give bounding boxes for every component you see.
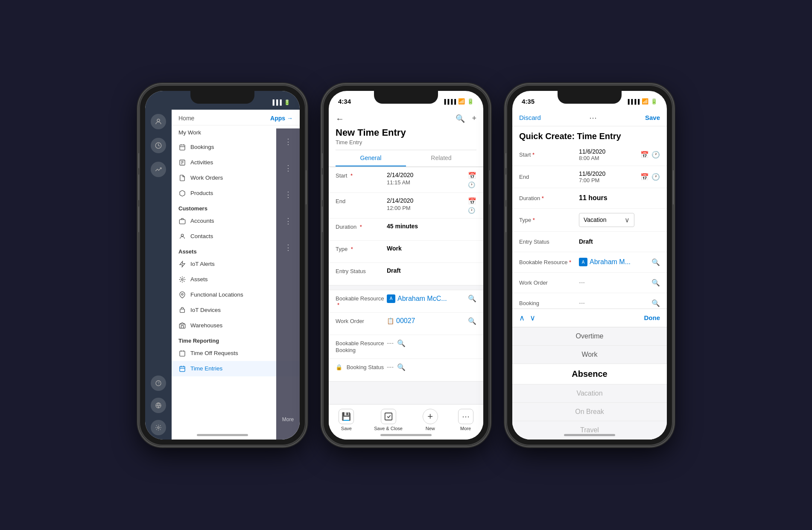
svg-point-18 [181, 279, 183, 280]
new-button[interactable]: + New [423, 409, 438, 431]
picker-item-absence[interactable]: Absence [512, 364, 667, 384]
qc-type-select[interactable]: Vacation ∨ [579, 213, 634, 227]
nav-item-functionallocations-label: Functional Locations [190, 291, 243, 298]
picker-panel: Overtime Work Absence Vacation On Break … [512, 327, 667, 440]
svg-point-0 [157, 119, 160, 122]
form-row-end: End 2/14/2020 12:00 PM 📅 🕐 [329, 193, 483, 218]
qc-duration-value: 11 hours [579, 194, 660, 202]
start-cal-icon[interactable]: 📅 [468, 172, 476, 180]
qc-end-cal-icon[interactable]: 📅 [640, 173, 649, 181]
type-label: Type * [336, 245, 387, 252]
qc-done-button[interactable]: Done [644, 314, 660, 321]
overlay-dots-5: ⋮ [284, 243, 292, 252]
svg-rect-23 [180, 351, 185, 356]
search-button[interactable]: 🔍 [456, 114, 465, 123]
qc-end-time-icon[interactable]: 🕐 [651, 173, 660, 181]
qc-booking-value: --- [579, 300, 649, 306]
qc-row-workorder: Work Order --- 🔍 [512, 273, 667, 293]
nav-apps-label[interactable]: Apps → [270, 115, 293, 122]
sidebar-globe-icon[interactable] [151, 398, 166, 413]
phone3-quickcreate: Discard ⋯ Save Quick Create: Time Entry … [512, 110, 667, 440]
discard-button[interactable]: Discard [519, 114, 541, 121]
qc-save-button[interactable]: Save [645, 114, 660, 121]
qc-start-time-icon[interactable]: 🕐 [651, 151, 660, 159]
tab-related[interactable]: Related [406, 150, 476, 166]
status-icons-1: ▐▐▐ 🔋 [271, 99, 290, 105]
start-required: * [351, 172, 353, 179]
workorder-search-icon[interactable]: 🔍 [468, 317, 476, 325]
svg-marker-17 [180, 261, 185, 267]
sidebar-icons: ? [145, 110, 172, 440]
nav-item-mywork-label: My Work [178, 129, 201, 136]
picker-item-travel[interactable]: Travel [512, 421, 667, 440]
sidebar-bottom-icons: ? [151, 376, 166, 435]
bookable-value-row: A Abraham McC... [387, 294, 464, 303]
more-button[interactable]: ⋯ More [458, 409, 473, 431]
qc-end-label: End [519, 174, 579, 180]
qc-booking-label: Booking [519, 300, 579, 306]
bookable-label: Bookable Resource * [336, 294, 387, 308]
bookable-value[interactable]: Abraham McC... [397, 295, 447, 303]
qc-footer: ∧ ∨ Done [512, 309, 667, 327]
svg-rect-26 [180, 366, 185, 371]
start-time-icon[interactable]: 🕐 [468, 181, 476, 188]
overlay-dots-4: ⋮ [284, 216, 292, 226]
qc-bookable-value[interactable]: Abraham M... [590, 258, 631, 266]
nav-item-warehouses-label: Warehouses [190, 322, 222, 329]
add-button[interactable]: + [472, 114, 476, 123]
sidebar-clock-icon[interactable] [151, 138, 166, 153]
save-label: Save [341, 426, 352, 431]
save-button[interactable]: 💾 Save [339, 409, 354, 431]
tab-general[interactable]: General [336, 150, 406, 166]
sidebar-chart-icon[interactable] [151, 162, 166, 177]
overlay-dots-2: ⋮ [284, 163, 292, 173]
qc-end-date: 11/6/2020 [579, 170, 638, 177]
contacts-icon [178, 233, 186, 240]
qc-workorder-search-icon[interactable]: 🔍 [651, 279, 660, 287]
picker-item-work[interactable]: Work [512, 346, 667, 364]
qc-bookable-search-icon[interactable]: 🔍 [651, 258, 660, 266]
form-section-2: Bookable Resource * A Abraham McC... 🔍 [329, 290, 483, 382]
form-row-start: Start * 2/14/2020 11:15 AM 📅 🕐 [329, 167, 483, 193]
sidebar-settings-icon[interactable] [151, 420, 166, 435]
phone-1: ▐▐▐ 🔋 [139, 85, 306, 446]
booking-search-icon[interactable]: 🔍 [397, 339, 406, 347]
iotdevices-icon [178, 306, 186, 314]
nav-item-iotdevices-label: IoT Devices [190, 307, 221, 313]
svg-rect-7 [180, 145, 185, 150]
qc-start-cal-icon[interactable]: 📅 [640, 151, 649, 159]
bookable-avatar: A [387, 294, 395, 303]
nav-item-workorders-label: Work Orders [190, 175, 223, 181]
end-time-icon[interactable]: 🕐 [468, 207, 476, 214]
new-icon: + [423, 409, 438, 424]
entry-status-label: Entry Status [336, 267, 387, 274]
svg-point-6 [158, 427, 159, 428]
svg-point-19 [181, 293, 183, 295]
form-nav: ← 🔍 + [336, 114, 476, 127]
qc-booking-search-icon[interactable]: 🔍 [651, 299, 660, 307]
bookingstatus-search-icon[interactable]: 🔍 [397, 363, 406, 371]
end-cal-icon[interactable]: 📅 [468, 197, 476, 205]
picker-item-vacation[interactable]: Vacation [512, 384, 667, 403]
form-row-booking: Bookable ResourceBooking --- 🔍 [329, 335, 483, 359]
qc-arrow-up[interactable]: ∧ [519, 313, 525, 323]
timeoffrequests-icon [178, 349, 186, 357]
svg-rect-15 [179, 219, 185, 224]
nav-home-label[interactable]: Home [178, 115, 194, 122]
sidebar-help-icon[interactable]: ? [151, 376, 166, 391]
more-options-button[interactable]: ⋯ [589, 113, 597, 122]
activities-icon [178, 159, 186, 166]
save-close-button[interactable]: Save & Close [374, 409, 403, 431]
back-button[interactable]: ← [336, 114, 344, 124]
picker-item-onbreak[interactable]: On Break [512, 403, 667, 421]
qc-arrow-down[interactable]: ∨ [530, 313, 535, 323]
bookable-search-icon[interactable]: 🔍 [468, 294, 476, 303]
qc-type-value: Vacation [584, 216, 606, 223]
start-date: 2/14/2020 [387, 172, 464, 178]
more-icon: ⋯ [458, 409, 473, 424]
workorder-value[interactable]: 00027 [396, 317, 415, 325]
overlay-panel: ⋮ ⋮ ⋮ ⋮ ⋮ More [276, 128, 300, 440]
picker-item-overtime[interactable]: Overtime [512, 327, 667, 346]
duration-required: * [360, 224, 362, 230]
sidebar-user-icon[interactable] [151, 114, 166, 129]
